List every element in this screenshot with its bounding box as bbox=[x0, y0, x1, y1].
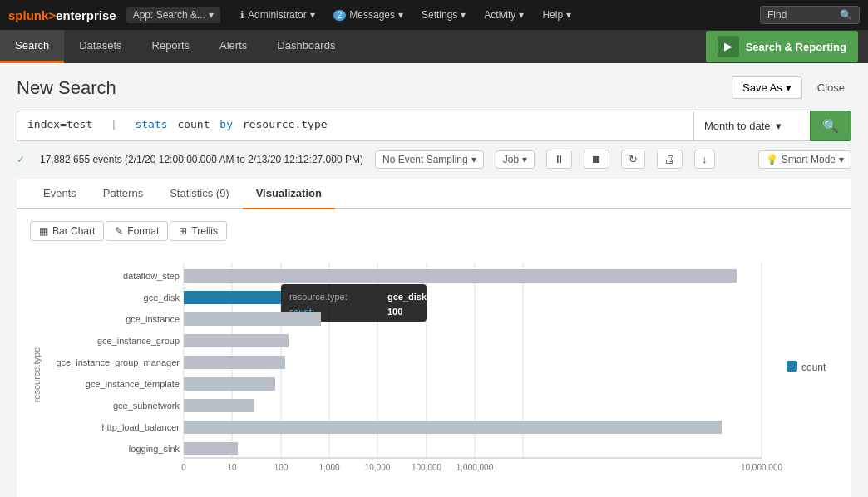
x-label-100k: 100,000 bbox=[412, 463, 442, 472]
splunk-logo-enterprise: enterprise bbox=[56, 8, 116, 22]
time-range-caret-icon: ▾ bbox=[776, 120, 782, 132]
top-navigation: splunk>enterprise App: Search &... ▾ ℹ A… bbox=[0, 0, 868, 30]
bar-gce-subnetwork[interactable] bbox=[184, 399, 254, 412]
pause-icon: ⏸ bbox=[554, 153, 565, 165]
bar-chart-svg: resource.type dataflow_step bbox=[30, 254, 845, 487]
tab-alerts[interactable]: Alerts bbox=[205, 30, 262, 63]
stop-icon: ⏹ bbox=[591, 153, 602, 165]
play-icon: ▶ bbox=[718, 36, 739, 57]
activity-label: Activity bbox=[484, 9, 515, 21]
search-bar-row: index=test | stats count by resource.typ… bbox=[17, 111, 851, 141]
bar-logging-sink[interactable] bbox=[184, 442, 238, 455]
refresh-button[interactable]: ↻ bbox=[621, 150, 645, 169]
tab-events-label: Events bbox=[43, 187, 76, 199]
bar-gce-instance-group-manager[interactable] bbox=[184, 356, 285, 369]
tab-dashboards[interactable]: Dashboards bbox=[262, 30, 350, 63]
print-button[interactable]: 🖨 bbox=[657, 150, 683, 169]
pipe-separator: | bbox=[104, 118, 130, 130]
close-label: Close bbox=[817, 81, 845, 94]
bar-gce-disk[interactable] bbox=[184, 291, 281, 304]
chart-area: ▦ Bar Chart ✎ Format ⊞ Trellis resource.… bbox=[17, 209, 851, 497]
x-label-10m: 10,000,000 bbox=[741, 463, 782, 472]
status-row: ✓ 17,882,655 events (2/1/20 12:00:00.000… bbox=[17, 150, 851, 169]
save-as-button[interactable]: Save As ▾ bbox=[732, 76, 802, 99]
bar-chart-button[interactable]: ▦ Bar Chart bbox=[30, 221, 104, 241]
pause-button[interactable]: ⏸ bbox=[546, 150, 572, 169]
svg-text:100: 100 bbox=[387, 307, 402, 317]
find-box[interactable]: Find 🔍 bbox=[760, 6, 860, 24]
app-selector[interactable]: App: Search &... ▾ bbox=[126, 7, 220, 23]
download-button[interactable]: ↓ bbox=[694, 150, 715, 169]
time-range-picker[interactable]: Month to date ▾ bbox=[693, 111, 810, 141]
close-button[interactable]: Close bbox=[811, 77, 851, 98]
label-gce-instance: gce_instance bbox=[126, 314, 180, 324]
search-reporting-button[interactable]: ▶ Search & Reporting bbox=[706, 31, 858, 62]
splunk-logo-splunk: splunk> bbox=[8, 8, 56, 22]
top-nav-admin[interactable]: ℹ Administrator ▾ bbox=[232, 6, 323, 24]
search-reporting-label: Search & Reporting bbox=[746, 41, 846, 53]
activity-caret-icon: ▾ bbox=[519, 9, 524, 21]
x-label-1k: 1,000 bbox=[318, 463, 339, 472]
main-content: New Search Save As ▾ Close index=test | … bbox=[0, 63, 868, 497]
search-index-term: index=test bbox=[27, 118, 92, 130]
svg-text:resource.type:: resource.type: bbox=[289, 292, 348, 302]
no-event-sampling-selector[interactable]: No Event Sampling ▾ bbox=[375, 150, 484, 169]
top-nav-items: ℹ Administrator ▾ 2 Messages ▾ Settings … bbox=[232, 6, 757, 24]
job-button[interactable]: Job ▾ bbox=[496, 150, 535, 169]
tab-statistics[interactable]: Statistics (9) bbox=[156, 179, 243, 209]
legend-label: count bbox=[801, 362, 826, 373]
settings-caret-icon: ▾ bbox=[461, 9, 466, 21]
trellis-button[interactable]: ⊞ Trellis bbox=[170, 221, 227, 241]
label-gce-disk: gce_disk bbox=[144, 293, 180, 303]
tab-events[interactable]: Events bbox=[30, 179, 90, 209]
top-nav-activity[interactable]: Activity ▾ bbox=[476, 6, 532, 24]
sec-nav-right: ▶ Search & Reporting bbox=[706, 31, 868, 62]
format-label: Format bbox=[127, 225, 159, 237]
legend-swatch bbox=[787, 361, 797, 372]
status-events-text: 17,882,655 events (2/1/20 12:00:00.000 A… bbox=[40, 154, 363, 165]
smart-mode-label: Smart Mode bbox=[782, 154, 836, 165]
label-gce-instance-group: gce_instance_group bbox=[97, 336, 180, 346]
find-placeholder: Find bbox=[767, 9, 787, 21]
bar-chart-label: Bar Chart bbox=[52, 225, 95, 237]
run-search-button[interactable]: 🔍 bbox=[810, 111, 851, 141]
label-dataflow-step: dataflow_step bbox=[123, 271, 180, 281]
format-button[interactable]: ✎ Format bbox=[106, 221, 168, 241]
tab-datasets[interactable]: Datasets bbox=[64, 30, 136, 63]
no-event-sampling-label: No Event Sampling bbox=[382, 154, 468, 165]
x-label-0: 0 bbox=[181, 463, 186, 472]
bar-chart-icon: ▦ bbox=[39, 225, 48, 237]
label-gce-instance-group-manager: gce_instance_group_manager bbox=[56, 357, 180, 367]
job-caret-icon: ▾ bbox=[522, 154, 527, 165]
label-gce-subnetwork: gce_subnetwork bbox=[113, 401, 180, 411]
bar-http-load-balancer[interactable] bbox=[184, 421, 722, 434]
smart-mode-caret-icon: ▾ bbox=[839, 154, 844, 165]
search-input[interactable]: index=test | stats count by resource.typ… bbox=[17, 111, 693, 141]
search-run-icon: 🔍 bbox=[822, 118, 839, 134]
admin-label: Administrator bbox=[248, 9, 307, 21]
tab-reports[interactable]: Reports bbox=[137, 30, 205, 63]
save-as-caret-icon: ▾ bbox=[786, 81, 792, 94]
bar-dataflow-step[interactable] bbox=[184, 269, 737, 283]
print-icon: 🖨 bbox=[664, 153, 675, 165]
admin-caret-icon: ▾ bbox=[310, 9, 315, 21]
x-label-1m: 1,000,000 bbox=[456, 463, 494, 472]
smart-mode-selector[interactable]: 💡 Smart Mode ▾ bbox=[758, 150, 851, 169]
bar-gce-instance-group[interactable] bbox=[184, 334, 289, 347]
top-nav-messages[interactable]: 2 Messages ▾ bbox=[325, 6, 412, 24]
tab-patterns[interactable]: Patterns bbox=[90, 179, 156, 209]
help-caret-icon: ▾ bbox=[566, 9, 571, 21]
y-axis-label: resource.type bbox=[32, 347, 42, 403]
tab-search[interactable]: Search bbox=[0, 30, 64, 63]
top-nav-settings[interactable]: Settings ▾ bbox=[413, 6, 474, 24]
tab-visualization[interactable]: Visualization bbox=[243, 179, 335, 209]
tab-alerts-label: Alerts bbox=[219, 39, 247, 52]
bar-gce-instance-template[interactable] bbox=[184, 377, 275, 391]
bar-gce-instance[interactable] bbox=[184, 312, 321, 326]
splunk-logo[interactable]: splunk>enterprise bbox=[8, 8, 116, 22]
stop-button[interactable]: ⏹ bbox=[584, 150, 609, 169]
search-resource-field: resource.type bbox=[243, 118, 328, 130]
top-nav-help[interactable]: Help ▾ bbox=[534, 6, 579, 24]
save-as-label: Save As bbox=[742, 81, 782, 94]
tab-reports-label: Reports bbox=[152, 39, 190, 52]
